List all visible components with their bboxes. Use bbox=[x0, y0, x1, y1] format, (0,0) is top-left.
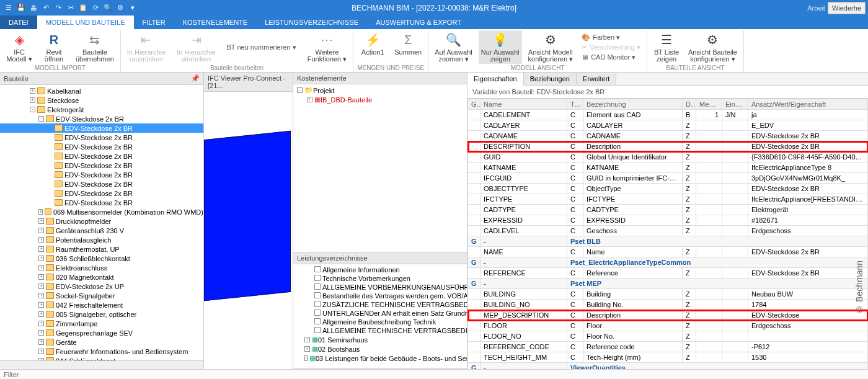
filter-bar[interactable]: Filter bbox=[0, 369, 868, 379]
tab-modell-bauteile[interactable]: MODELL UND BAUTEILE bbox=[37, 16, 134, 29]
tree-node[interactable]: +Raumthermostat, UP bbox=[0, 244, 203, 254]
tree-node[interactable]: -EDV-Steckdose 2x BR bbox=[0, 114, 203, 123]
tree-node[interactable]: EDV-Steckdose 2x BR bbox=[0, 161, 203, 170]
tree-node[interactable]: +036 Schließblechkontakt bbox=[0, 254, 203, 263]
btn-auf-auswahl-zoomen[interactable]: 🔍Auf Auswahl zoomen ▾ bbox=[432, 30, 475, 64]
table-row[interactable]: DESCRIPTIONCDescriptionZEDV-Steckdose 2x… bbox=[468, 141, 868, 152]
copy-icon[interactable]: 📋 bbox=[78, 3, 88, 13]
lv-node[interactable]: ALLGEMEINE VORBEMERKUNGENAUSFÜHRUNG AL bbox=[293, 283, 467, 292]
btn-action1[interactable]: ⚡Action1 bbox=[357, 30, 388, 57]
refresh-icon[interactable]: ⟳ bbox=[91, 3, 100, 13]
table-row[interactable]: GUIDCGlobal Unique IdentifikatorZ{F336D6… bbox=[468, 152, 868, 163]
tree-node[interactable]: -📁 Projekt bbox=[293, 86, 467, 95]
lv-node[interactable]: Allgemeine Baubeschreibung Technik bbox=[293, 318, 467, 326]
lv-tree[interactable]: Allgemeine InformationenTechnische Vorbe… bbox=[293, 264, 467, 368]
table-row[interactable]: G-Pset BLB bbox=[468, 236, 868, 247]
tree-node[interactable]: +Geräte bbox=[0, 337, 203, 347]
tree-node[interactable]: +Zimmerlampe bbox=[0, 319, 203, 328]
tree-node[interactable]: EDV-Steckdose 2x BR bbox=[0, 142, 203, 151]
search-icon[interactable]: 🔍 bbox=[103, 3, 113, 13]
tree-node[interactable]: +Gegensprechanlage SEV bbox=[0, 328, 203, 337]
table-row[interactable]: IFCTYPECIFCTYPEZIfcElectricAppliance[FRE… bbox=[468, 194, 868, 205]
tree-node[interactable]: +005 Signalgeber, optischer bbox=[0, 310, 203, 319]
table-row[interactable]: REFERENCECReferenceZEDV-Steckdose 2x BR bbox=[468, 268, 868, 279]
undo-icon[interactable]: ↶ bbox=[41, 3, 51, 13]
tree-node[interactable]: EDV-Steckdose 2x BR bbox=[0, 123, 203, 133]
table-row[interactable]: FLOOR_NOCFloor No.Z bbox=[468, 331, 868, 342]
tab-filter[interactable]: FILTER bbox=[134, 16, 174, 29]
redo-icon[interactable]: ↷ bbox=[53, 3, 63, 13]
lv-node[interactable]: ZUSÄTZLICHE TECHNISCHE VERTRAGSBEDINGUN bbox=[293, 300, 467, 309]
dropdown-icon[interactable]: ▾ bbox=[128, 3, 138, 13]
table-row[interactable]: EXPRESSIDCEXPRESSIDZ#182671 bbox=[468, 215, 868, 226]
table-row[interactable]: G-Pset MEP bbox=[468, 279, 868, 289]
tab-datei[interactable]: DATEI bbox=[0, 16, 37, 29]
tree-node[interactable]: EDV-Steckdose 2x BR bbox=[0, 198, 203, 207]
print-icon[interactable]: 🖶 bbox=[29, 3, 38, 13]
panel-pin-icon[interactable]: 📌 bbox=[191, 74, 200, 82]
btn-bt-neu-nummerieren[interactable]: BT neu nummerieren ▾ bbox=[224, 43, 299, 52]
btn-revit-oeffnen[interactable]: RRevit öffnen bbox=[38, 30, 69, 64]
btn-bauteile-uebernehmen[interactable]: ⇆Bauteile übernehmen bbox=[73, 30, 117, 64]
tree-node[interactable]: EDV-Steckdose 2x BR bbox=[0, 170, 203, 179]
table-row[interactable]: G-Pset_ElectricApplianceTypeCommon bbox=[468, 257, 868, 268]
btn-ansicht-bauteile-konfig[interactable]: ⚙Ansicht Bauteile konfigurieren ▾ bbox=[686, 30, 740, 64]
table-row[interactable]: CADLAYERCCADLAYERZE_EDV bbox=[468, 120, 868, 131]
tree-node[interactable]: +Elektroanschluss bbox=[0, 263, 203, 272]
tree-node[interactable]: -Elektrogerät bbox=[0, 105, 203, 114]
tree-node[interactable]: +020 Magnetkontakt bbox=[0, 272, 203, 282]
cut-icon[interactable]: ✂ bbox=[66, 3, 76, 13]
tree-node[interactable]: +Kabelkanal bbox=[0, 86, 203, 96]
kostenelemente-tree[interactable]: -📁 Projekt +▦ IB_DBD-Bauteile bbox=[293, 84, 467, 252]
tab-erweitert[interactable]: Erweitert bbox=[577, 73, 616, 85]
btn-ansicht-modell-konfig[interactable]: ⚙Ansicht Modell konfigurieren ▾ bbox=[526, 30, 576, 64]
settings-icon[interactable]: ⚙ bbox=[115, 3, 125, 13]
btn-nur-auswahl-zeigen[interactable]: 💡Nur Auswahl zeigen bbox=[479, 30, 522, 64]
tree-node[interactable]: EDV-Steckdose 2x BR bbox=[0, 189, 203, 198]
tree-node[interactable]: +Druckknopfmelder bbox=[0, 216, 203, 226]
tree-node[interactable]: +044 Schlüsseldepot bbox=[0, 356, 203, 360]
table-row[interactable]: BUILDING_NOCBuilding No.Z1784 bbox=[468, 300, 868, 310]
hscroll[interactable] bbox=[0, 360, 203, 369]
table-row[interactable]: CADELEMENTCElement aus CADB1J/Nja bbox=[468, 110, 868, 120]
btn-cad-monitor[interactable]: 🖥 CAD Monitor ▾ bbox=[579, 53, 643, 62]
table-row[interactable]: CADLEVELCGeschossZErdgeschoss bbox=[468, 226, 868, 236]
table-row[interactable]: IFCGUIDCGUID in komprimierter IFC-FormZ3… bbox=[468, 173, 868, 184]
tree-node[interactable]: +EDV-Steckdose 2x UP bbox=[0, 282, 203, 291]
tab-beziehungen[interactable]: Beziehungen bbox=[524, 73, 577, 85]
lv-node[interactable]: -▦ 03 Leistungen für beide Gebäude - Boo… bbox=[293, 354, 467, 363]
tree-node[interactable]: EDV-Steckdose 2x BR bbox=[0, 179, 203, 189]
tree-node[interactable]: EDV-Steckdose 2x BR bbox=[0, 151, 203, 161]
bauteile-tree[interactable]: +Kabelkanal+Steckdose-Elektrogerät-EDV-S… bbox=[0, 85, 203, 360]
table-row[interactable]: KATNAMECKATNAMEZIfcElectricApplianceType… bbox=[468, 163, 868, 173]
btn-weitere-funktionen[interactable]: ⋯Weitere Funktionen ▾ bbox=[305, 30, 349, 64]
tree-node[interactable]: +Sockel-Signalgeber bbox=[0, 291, 203, 300]
tree-node[interactable]: +Steckdose bbox=[0, 96, 203, 105]
table-row[interactable]: REFERENCE_CODECReference codeZ-P612 bbox=[468, 342, 868, 352]
table-row[interactable]: CADNAMECCADNAMEZEDV-Steckdose 2x BR bbox=[468, 131, 868, 141]
table-row[interactable]: FLOORCFloorZErdgeschoss bbox=[468, 321, 868, 331]
table-row[interactable]: NAMECNameZEDV-Steckdose 2x BR bbox=[468, 247, 868, 257]
btn-bt-liste-zeigen[interactable]: ☰BT Liste zeigen bbox=[651, 30, 682, 64]
tree-node[interactable]: +▦ IB_DBD-Bauteile bbox=[293, 95, 467, 104]
btn-farben[interactable]: 🎨 Farben ▾ bbox=[579, 33, 643, 42]
ifc-viewer-canvas[interactable] bbox=[204, 92, 293, 369]
tree-node[interactable]: +Geräteanschluß 230 V bbox=[0, 226, 203, 235]
tab-kostenelemente[interactable]: KOSTENELEMENTE bbox=[174, 16, 257, 29]
lv-node[interactable]: +▦ 02 Bootshaus bbox=[293, 344, 467, 354]
menu-icon[interactable]: ☰ bbox=[4, 3, 14, 13]
lv-node[interactable]: +▦ 01 Seminarhaus bbox=[293, 335, 467, 344]
tree-node[interactable]: +Feuerwehr Informations- und Bediensyste… bbox=[0, 347, 203, 356]
lv-node[interactable]: UNTERLAGENDer AN erhält einen Satz Grund… bbox=[293, 309, 467, 318]
table-row[interactable]: CADTYPECCADTYPEZElektrogerät bbox=[468, 205, 868, 215]
tree-node[interactable]: +Potentialausgleich bbox=[0, 235, 203, 244]
tree-node[interactable]: +069 Multisensormelder (Kombination RMO … bbox=[0, 207, 203, 216]
save-icon[interactable]: 💾 bbox=[16, 3, 26, 13]
btn-ifc-modell[interactable]: ◈IFC Modell ▾ bbox=[4, 30, 35, 64]
tree-node[interactable]: +042 Freischaltelement bbox=[0, 300, 203, 310]
table-row[interactable]: TECH_HEIGHT_MMCTech-Height (mm)Z1530 bbox=[468, 352, 868, 363]
property-scroll[interactable]: GrNameTypBezeichnungDaMengeEinheitAnsatz… bbox=[467, 99, 868, 369]
table-row[interactable]: BUILDINGCBuildingZNeubau BUW bbox=[468, 289, 868, 300]
tab-leistungsverzeichnisse[interactable]: LEISTUNGSVERZEICHNISSE bbox=[256, 16, 367, 29]
table-row[interactable]: G-ViewerQuantities bbox=[468, 363, 868, 370]
